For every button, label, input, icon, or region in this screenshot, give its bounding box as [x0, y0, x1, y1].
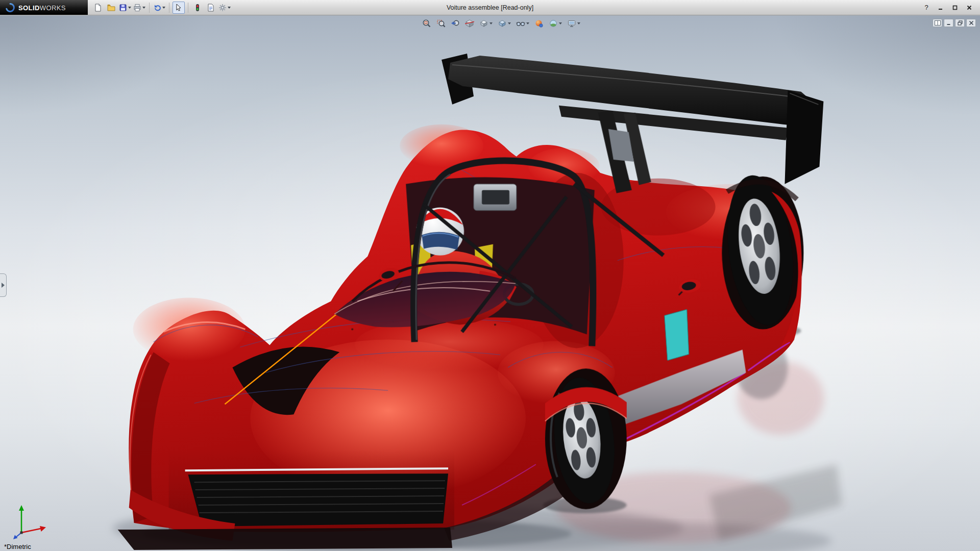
maximize-icon — [952, 5, 958, 10]
save-icon — [119, 4, 127, 12]
undo-button[interactable] — [153, 2, 166, 14]
undo-dropdown-arrow-icon[interactable] — [162, 7, 165, 9]
print-icon — [133, 4, 141, 12]
minimize-icon — [938, 5, 943, 10]
toolbar-separator — [188, 3, 188, 13]
document-title: Voiture assemblee [Read-only] — [447, 0, 533, 15]
triad-x-axis[interactable] — [21, 529, 41, 533]
file-properties-button[interactable] — [205, 2, 217, 14]
undo-icon — [153, 4, 161, 12]
select-button[interactable] — [173, 2, 185, 14]
hide-show-glasses-icon — [516, 19, 525, 28]
minimize-document-button[interactable] — [944, 19, 953, 27]
titlebar: SOLIDWORKS — [0, 0, 980, 15]
options-gear-icon — [218, 4, 227, 12]
graphics-scene[interactable] — [0, 16, 980, 551]
view-settings-dropdown-arrow-icon[interactable] — [577, 22, 580, 24]
view-settings-icon — [567, 19, 576, 28]
zoom-to-area-icon — [436, 19, 446, 28]
close-document-button[interactable] — [966, 19, 976, 27]
reference-triad[interactable] — [11, 501, 52, 544]
minimize-document-icon — [946, 20, 951, 26]
zoom-to-area-button[interactable] — [435, 18, 447, 29]
restore-document-icon — [958, 20, 963, 26]
toolbar-separator — [169, 3, 169, 13]
edit-appearance-button[interactable] — [533, 18, 545, 29]
document-window-controls — [933, 19, 976, 27]
featuremanager-collapsed-tab[interactable] — [0, 273, 7, 297]
display-pane-icon — [935, 20, 941, 26]
front-right-wheel — [545, 368, 627, 509]
graphics-area[interactable]: *Dimetric — [0, 15, 980, 551]
dassault-3ds-logo-icon — [5, 3, 15, 13]
solidworks-window: SOLIDWORKS — [0, 0, 980, 551]
window-controls: ? — [920, 0, 980, 15]
select-cursor-icon — [175, 4, 183, 12]
maximize-button[interactable] — [948, 3, 962, 13]
new-document-icon — [94, 4, 102, 12]
edit-appearance-sphere-icon — [534, 19, 544, 28]
view-orientation-dropdown-arrow-icon[interactable] — [489, 22, 493, 24]
apply-scene-button[interactable] — [547, 18, 564, 29]
print-button[interactable] — [133, 2, 146, 14]
section-view-icon — [465, 19, 474, 28]
zoom-to-fit-button[interactable] — [421, 18, 433, 29]
print-dropdown-arrow-icon[interactable] — [142, 7, 145, 9]
new-document-button[interactable] — [92, 2, 104, 14]
close-icon — [967, 5, 972, 10]
open-button[interactable] — [105, 2, 117, 14]
apply-scene-dropdown-arrow-icon[interactable] — [559, 22, 562, 24]
expand-panel-arrow-icon — [2, 283, 5, 288]
section-view-button[interactable] — [463, 18, 476, 29]
triad-x-arrowhead — [40, 526, 46, 532]
toolbar-separator — [149, 3, 150, 13]
zoom-to-fit-icon — [422, 19, 431, 28]
triad-y-arrowhead — [19, 505, 24, 511]
rebuild-traffic-light-icon — [193, 4, 202, 12]
triad-origin — [20, 532, 23, 534]
restore-document-button[interactable] — [955, 19, 965, 27]
front-splitter — [118, 528, 452, 550]
save-button[interactable] — [118, 2, 132, 14]
rebuild-button[interactable] — [191, 2, 204, 14]
open-folder-icon — [107, 4, 115, 12]
display-style-icon — [498, 19, 507, 28]
close-button[interactable] — [963, 3, 976, 13]
brand-name: SOLIDWORKS — [18, 3, 66, 12]
display-style-dropdown-arrow-icon[interactable] — [508, 22, 511, 24]
hide-show-items-button[interactable] — [514, 18, 531, 29]
minimize-button[interactable] — [934, 3, 947, 13]
display-pane-button[interactable] — [933, 19, 942, 27]
solidworks-logo: SOLIDWORKS — [0, 0, 88, 15]
previous-view-icon — [451, 19, 460, 28]
options-dropdown-arrow-icon[interactable] — [228, 7, 231, 9]
close-document-icon — [969, 20, 974, 26]
titlebar-toolbar — [88, 0, 235, 15]
apply-scene-icon — [549, 19, 558, 28]
previous-view-button[interactable] — [449, 18, 461, 29]
view-orientation-cube-icon — [479, 19, 488, 28]
view-settings-button[interactable] — [566, 18, 582, 29]
save-dropdown-arrow-icon[interactable] — [128, 7, 131, 9]
view-orientation-label: *Dimetric — [4, 543, 31, 550]
heads-up-view-toolbar — [421, 18, 582, 29]
help-glyph: ? — [924, 4, 928, 11]
help-button[interactable]: ? — [920, 3, 933, 13]
display-style-button[interactable] — [496, 18, 512, 29]
hide-show-dropdown-arrow-icon[interactable] — [526, 22, 529, 24]
options-button[interactable] — [218, 2, 231, 14]
file-properties-icon — [207, 4, 215, 12]
view-orientation-button[interactable] — [478, 18, 494, 29]
side-window-teal — [665, 309, 689, 360]
